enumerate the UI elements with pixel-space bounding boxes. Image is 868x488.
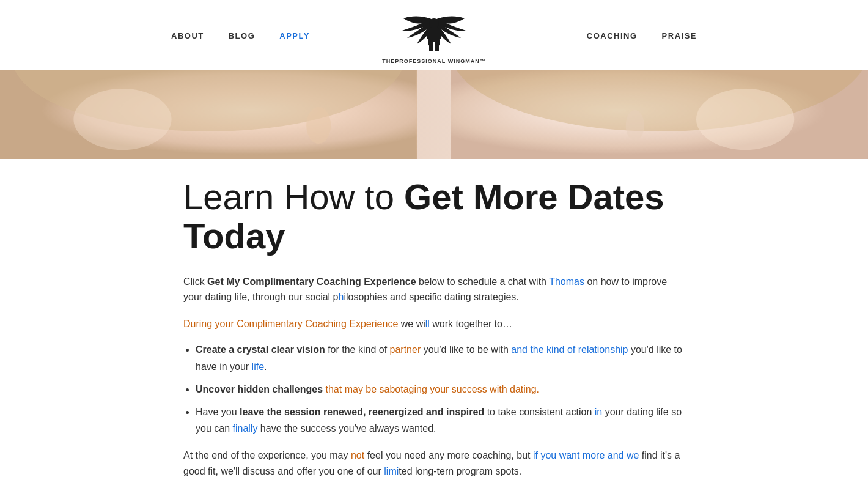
benefits-list: Create a crystal clear vision for the ki…: [196, 341, 685, 437]
hero-face-right: [451, 70, 868, 159]
navigation: ABOUT BLOG APPLY ThePROFESSIONAL WINGMAN…: [0, 0, 868, 70]
main-headline: Learn How to Get More Dates Today: [183, 177, 685, 256]
logo-icon: [397, 11, 471, 63]
svg-point-8: [73, 89, 171, 150]
intro-paragraph: Click Get My Complimentary Coaching Expe…: [183, 274, 685, 305]
svg-rect-3: [436, 31, 441, 39]
logo[interactable]: ThePROFESSIONAL WINGMAN™: [382, 11, 485, 64]
svg-point-13: [626, 110, 644, 141]
closing-paragraph: At the end of the experience, you may no…: [183, 448, 685, 479]
nav-left: ABOUT BLOG APPLY: [171, 31, 310, 40]
svg-point-9: [306, 107, 331, 144]
hero-faces: [0, 70, 868, 159]
nav-apply[interactable]: APPLY: [279, 31, 310, 40]
bullet-challenges: Uncover hidden challenges that may be sa…: [196, 381, 685, 397]
bullet-renewed: Have you leave the session renewed, reen…: [196, 404, 685, 437]
hero-banner: [0, 70, 868, 159]
svg-rect-4: [429, 42, 433, 51]
nav-blog[interactable]: BLOG: [229, 31, 256, 40]
svg-rect-2: [427, 31, 432, 39]
svg-rect-5: [435, 42, 439, 51]
nav-right: COACHING PRAISE: [587, 31, 697, 40]
main-content: Learn How to Get More Dates Today Click …: [159, 159, 709, 488]
during-paragraph: During your Complimentary Coaching Exper…: [183, 316, 685, 332]
bullet-vision: Create a crystal clear vision for the ki…: [196, 341, 685, 374]
hero-face-left: [0, 70, 417, 159]
logo-text: ThePROFESSIONAL WINGMAN™: [382, 58, 485, 64]
svg-point-12: [696, 89, 794, 150]
nav-about[interactable]: ABOUT: [171, 31, 204, 40]
nav-praise[interactable]: PRAISE: [662, 31, 697, 40]
svg-point-0: [429, 18, 439, 28]
nav-coaching[interactable]: COACHING: [587, 31, 638, 40]
